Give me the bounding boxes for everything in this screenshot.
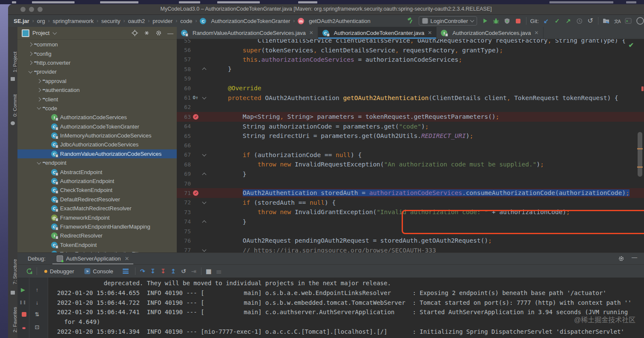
tree-item-defaultredirectresolver[interactable]: CDefaultRedirectResolver [17, 195, 177, 204]
close-icon[interactable]: ✕ [535, 30, 539, 36]
tree-item-provider[interactable]: provider [17, 67, 177, 76]
fold-icon[interactable] [202, 152, 206, 156]
tree-item-http-converter[interactable]: http.converter [17, 58, 177, 67]
step-over-button[interactable]: ↷ [138, 268, 148, 275]
breadcrumb-item-se.jar[interactable]: SE.jar [14, 18, 29, 24]
tree-item-config[interactable]: config [17, 49, 177, 58]
code-line-76[interactable]: 76 OAuth2Request pendingOAuth2Request = … [177, 236, 644, 245]
translate-icon[interactable]: 文A [612, 16, 623, 26]
tab-debugger[interactable]: Debugger [39, 265, 79, 278]
rerun-button[interactable] [24, 268, 34, 275]
tree-item-randomvalueauthorizationcodeservices[interactable]: CRandomValueAuthorizationCodeServices [17, 149, 177, 158]
breadcrumb-item-provider[interactable]: provider [152, 18, 172, 24]
breadcrumb-item-authorizationcodetokengranter[interactable]: CAuthorizationCodeTokenGranter [200, 18, 290, 24]
force-step-into-button[interactable]: ↧ [158, 268, 168, 275]
overriding-method-icon[interactable]: O↑ [191, 95, 200, 100]
mute-breakpoints-button[interactable]: ⇅ [33, 310, 41, 318]
view-breakpoints-button[interactable]: ●● [19, 324, 27, 332]
tree-item-tokenendpoint[interactable]: CTokenEndpoint [17, 241, 177, 249]
tree-item-approval[interactable]: approval [17, 77, 177, 86]
code-line-61[interactable]: 61O↑ protected OAuth2Authentication getO… [177, 93, 644, 102]
chevron-right-icon[interactable] [37, 79, 41, 83]
code-line-67[interactable]: 67 if (authorizationCode == null) { [177, 150, 644, 160]
console-output[interactable]: deprecated. They will be moved to indivi… [48, 278, 644, 338]
editor-tab-authorizationcodetokengranter-java[interactable]: CAuthorizationCodeTokenGranter.java✕ [318, 27, 437, 39]
code-text[interactable]: // https://jira.springsource.org/browse/… [208, 247, 436, 253]
editor-scrollbar[interactable] [638, 132, 642, 177]
run-with-coverage-button[interactable] [502, 16, 513, 26]
toolwindow-commit-button[interactable]: 0: Commit [8, 91, 17, 120]
run-config-selector[interactable]: LoginController [419, 16, 477, 26]
run-button[interactable] [480, 16, 491, 26]
code-line-66[interactable]: 66 [177, 140, 644, 150]
chevron-right-icon[interactable] [29, 43, 33, 47]
breakpoint-icon[interactable]: ✓ [191, 114, 200, 120]
layout-menu-icon[interactable] [123, 268, 129, 275]
close-icon[interactable]: ✕ [125, 255, 129, 262]
tree-item-authorizationendpoint[interactable]: CAuthorizationEndpoint [17, 177, 177, 186]
code-line-59[interactable]: 59 [177, 74, 644, 83]
breadcrumb-item-org[interactable]: org [37, 18, 45, 24]
fold-icon[interactable] [202, 172, 206, 177]
code-line-73[interactable]: 73 throw new InvalidGrantException("Inva… [177, 207, 644, 217]
chevron-down-icon[interactable] [37, 106, 41, 110]
code-line-69[interactable]: 69 } [177, 169, 644, 178]
code-text[interactable]: } [208, 66, 232, 72]
tree-item-authorizationcodeservices[interactable]: IAuthorizationCodeServices [17, 113, 177, 122]
tree-item-redirectresolver[interactable]: IRedirectResolver [17, 231, 177, 240]
settings-sliders-icon[interactable]: ⚌ [214, 268, 224, 275]
resume-button[interactable]: ▶ [19, 285, 27, 294]
editor-tab-authorizationcodeservices-java[interactable]: IAuthorizationCodeServices.java✕ [437, 27, 543, 39]
chevron-down-icon[interactable] [29, 69, 33, 73]
tree-item-code[interactable]: code [17, 104, 177, 113]
hide-panel-icon[interactable]: — [167, 30, 173, 37]
chevron-right-icon[interactable] [37, 88, 41, 92]
code-line-65[interactable]: 65 String redirectUri = parameters.get(O… [177, 131, 644, 140]
locate-file-icon[interactable] [132, 30, 138, 36]
code-text[interactable]: if (authorizationCode == null) { [208, 152, 362, 158]
code-text[interactable]: Map<String, String> parameters = tokenRe… [208, 113, 499, 120]
breadcrumb-item-getoauth2authentication[interactable]: mgetOAuth2Authentication [298, 18, 371, 24]
code-line-63[interactable]: 63✓ Map<String, String> parameters = tok… [177, 112, 644, 121]
code-line-75[interactable]: 75 [177, 226, 644, 236]
next-occurrence-button[interactable]: ↓ [33, 298, 41, 306]
tree-item-exactmatchredirectresolver[interactable]: CExactMatchRedirectResolver [17, 204, 177, 213]
chevron-right-icon[interactable] [29, 61, 33, 65]
rollback-button[interactable]: ↺ [585, 16, 596, 26]
code-line-57[interactable]: 57 this.authorizationCodeServices = auth… [177, 55, 644, 64]
tree-item-inmemoryauthorizationcodeservices[interactable]: CInMemoryAuthorizationCodeServices [17, 131, 177, 140]
code-line-60[interactable]: 60 @Override [177, 83, 644, 93]
tree-item-common[interactable]: common [17, 40, 177, 49]
code-line-62[interactable]: 62 [177, 103, 644, 112]
close-icon[interactable]: ✕ [309, 30, 313, 36]
scroll-to-end-button[interactable]: ⊡ [33, 323, 41, 331]
breadcrumb-item-code[interactable]: code [180, 18, 192, 24]
collapse-all-icon[interactable] [144, 30, 150, 36]
debug-session-tab[interactable]: AuthServerApplication ✕ [52, 253, 134, 264]
step-out-button[interactable]: ↥ [168, 268, 178, 275]
code-line-72[interactable]: 72 if (storedAuth == null) { [177, 198, 644, 207]
tree-item-checktokenendpoint[interactable]: CCheckTokenEndpoint [17, 186, 177, 195]
stop-button[interactable] [513, 16, 524, 26]
code-text[interactable]: if (storedAuth == null) { [208, 199, 336, 206]
project-structure-icon[interactable] [601, 16, 612, 26]
code-line-74[interactable]: 74 } [177, 217, 644, 226]
git-update-button[interactable]: ↙ [540, 16, 552, 26]
chevron-right-icon[interactable] [29, 52, 33, 56]
tree-item-authorizationcodetokengranter[interactable]: CAuthorizationCodeTokenGranter [17, 122, 177, 131]
breadcrumb-item-springframework[interactable]: springframework [53, 18, 94, 24]
drop-frame-button[interactable]: ↺ [178, 268, 189, 275]
code-text[interactable]: OAuth2Authentication storedAuth = author… [208, 189, 630, 196]
git-push-button[interactable]: ↗ [563, 16, 574, 26]
step-into-button[interactable]: ↧ [148, 268, 158, 275]
tree-item-client[interactable]: client [17, 95, 177, 103]
project-panel-header[interactable]: Project — [17, 27, 177, 40]
code-text[interactable]: OAuth2Request pendingOAuth2Request = sto… [208, 237, 492, 244]
code-line-70[interactable]: 70 [177, 179, 644, 188]
code-area[interactable]: 55 ClientDetailsService clientDetailsSer… [177, 36, 644, 253]
debug-console[interactable]: ▶ ❚❚ ●● ↑ ↓ ⇅ ⊡ deprecated. They will be… [17, 278, 644, 338]
show-execution-point-button[interactable]: ↑ [33, 285, 41, 294]
breadcrumb-item-oauth2[interactable]: oauth2 [128, 18, 145, 24]
code-text[interactable]: @Override [208, 85, 262, 92]
code-text[interactable]: } [208, 171, 247, 178]
